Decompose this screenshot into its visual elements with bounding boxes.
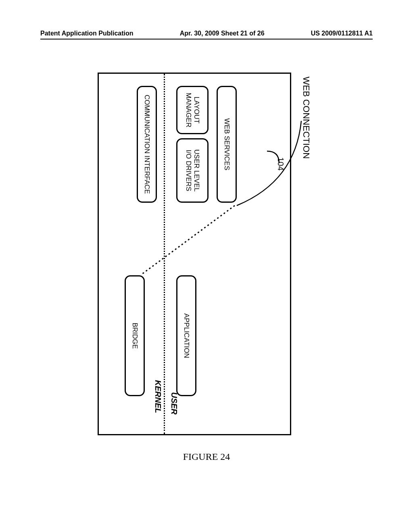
header-right: US 2009/0112811 A1 (311, 30, 373, 37)
header-left: Patent Application Publication (40, 30, 133, 37)
figure-caption: FIGURE 24 (0, 451, 413, 462)
box-layout-manager: LAYOUTMANAGER (176, 86, 209, 134)
box-bridge: BRIDGE (125, 275, 145, 396)
system-frame: USER KERNEL WEB SERVICES USER LEVELI/O D… (98, 73, 291, 435)
box-application: APPLICATION (176, 275, 196, 396)
box-web-services: WEB SERVICES (217, 86, 237, 203)
box-communication-interface: COMMUNICATION INTERFACE (137, 86, 157, 203)
page-header: Patent Application Publication Apr. 30, … (40, 30, 373, 39)
header-center: Apr. 30, 2009 Sheet 21 of 26 (180, 30, 265, 37)
kernel-region-label: KERNEL (153, 380, 163, 413)
web-connection-label: WEB CONNECTION (301, 77, 311, 159)
diagram: WEB CONNECTION 104 USER KERNEL WEB SERVI… (98, 73, 315, 435)
user-region-label: USER (169, 392, 179, 415)
user-kernel-divider (164, 74, 165, 434)
box-user-level-io-drivers: USER LEVELI/O DRIVERS (176, 138, 209, 203)
